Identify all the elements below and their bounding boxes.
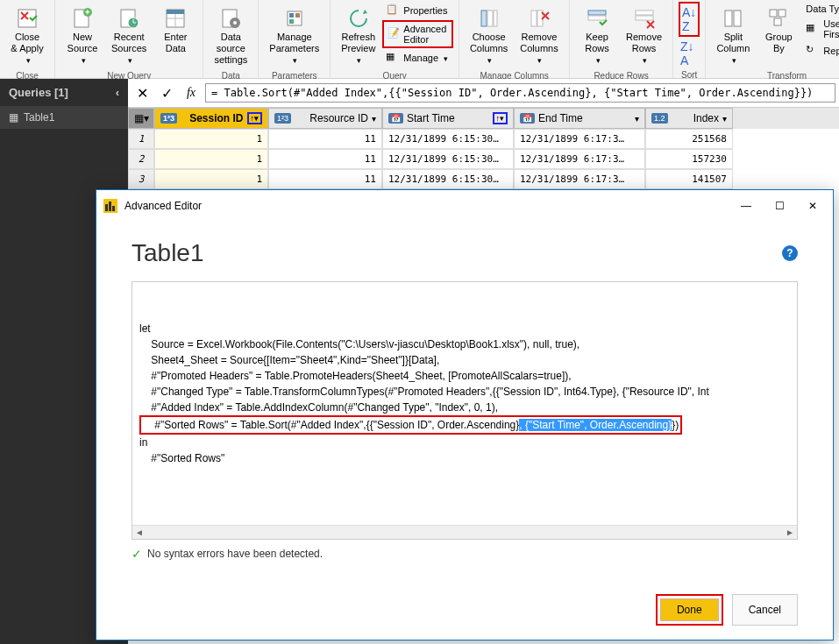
- group-by-button[interactable]: Group By: [757, 2, 800, 70]
- cell-end: 12/31/1899 6:17:3…: [514, 149, 645, 169]
- keep-rows-button[interactable]: Keep Rows: [575, 2, 619, 70]
- replace-icon: ↻: [806, 44, 820, 58]
- formula-accept-button[interactable]: ✓: [156, 82, 177, 103]
- cell-resource: 11: [268, 149, 382, 169]
- manage-icon: ▦: [386, 51, 400, 65]
- sort-desc-button[interactable]: Z↓A: [679, 38, 700, 69]
- close-apply-button[interactable]: Close & Apply: [5, 2, 49, 70]
- formula-input[interactable]: [205, 83, 835, 103]
- svg-rect-15: [295, 13, 300, 18]
- col-header-index[interactable]: 1.2Index▾: [645, 108, 733, 129]
- svg-rect-30: [774, 18, 781, 25]
- sort-indicator-icon[interactable]: ↑▾: [493, 112, 508, 124]
- choose-columns-button[interactable]: Choose Columns: [465, 2, 513, 70]
- advanced-editor-modal: Advanced Editor — ☐ ✕ Table1 ? let Sourc…: [96, 189, 834, 640]
- svg-rect-22: [588, 11, 606, 15]
- new-source-button[interactable]: ✦ New Source: [60, 2, 104, 70]
- sort-desc-icon: Z↓A: [680, 39, 694, 67]
- col-header-resource-id[interactable]: 1²3Resource ID▾: [268, 108, 382, 129]
- data-source-settings-button[interactable]: Data source settings: [209, 2, 252, 70]
- row-number: 2: [128, 149, 154, 169]
- advanced-editor-button[interactable]: 📝Advanced Editor: [382, 20, 453, 48]
- cell-start: 12/31/1899 6:15:30…: [382, 169, 514, 189]
- enter-data-icon: [162, 5, 188, 32]
- svg-rect-25: [636, 16, 653, 20]
- cell-start: 12/31/1899 6:15:30…: [382, 129, 514, 149]
- svg-rect-20: [531, 11, 537, 26]
- svg-rect-34: [112, 206, 115, 211]
- help-button[interactable]: ?: [782, 245, 798, 261]
- formula-bar: ✕ ✓ fx: [128, 79, 839, 108]
- scroll-right-button[interactable]: ►: [783, 526, 797, 539]
- sort-asc-button[interactable]: A↓Z: [679, 2, 700, 37]
- replace-values-button[interactable]: ↻Replace: [802, 42, 839, 60]
- svg-rect-26: [725, 11, 732, 26]
- code-editor[interactable]: let Source = Excel.Workbook(File.Content…: [132, 281, 798, 540]
- row-header-corner[interactable]: ▦▾: [128, 108, 154, 129]
- keep-rows-icon: [584, 5, 610, 32]
- use-first-icon: ▦: [806, 22, 820, 36]
- recent-sources-icon: [116, 5, 142, 32]
- close-apply-icon: [14, 5, 40, 32]
- collapse-icon[interactable]: ‹: [116, 86, 119, 99]
- remove-rows-icon: [631, 5, 658, 32]
- recent-sources-button[interactable]: Recent Sources: [106, 2, 152, 70]
- cell-session: 1: [154, 169, 268, 189]
- minimize-button[interactable]: —: [733, 195, 759, 216]
- col-header-end-time[interactable]: 📅End Time▾: [514, 108, 645, 129]
- syntax-status: ✓ No syntax errors have been detected.: [132, 540, 798, 568]
- svg-rect-18: [487, 11, 493, 26]
- manage-parameters-button[interactable]: Manage Parameters: [264, 2, 324, 70]
- queries-header[interactable]: Queries [1] ‹: [0, 79, 128, 106]
- maximize-button[interactable]: ☐: [766, 195, 793, 216]
- cell-resource: 11: [268, 129, 382, 149]
- data-table: ▦▾ 1²3Session ID↑▾ 1²3Resource ID▾ 📅Star…: [128, 108, 839, 189]
- sort-asc-icon: A↓Z: [682, 5, 696, 33]
- data-type-button[interactable]: Data Type:: [802, 2, 839, 16]
- cell-end: 12/31/1899 6:17:3…: [514, 129, 645, 149]
- svg-rect-28: [770, 10, 777, 17]
- use-first-row-button[interactable]: ▦Use Firs: [802, 17, 839, 41]
- svg-text:✦: ✦: [84, 8, 91, 17]
- table-row[interactable]: 211112/31/1899 6:15:30…12/31/1899 6:17:3…: [128, 149, 839, 169]
- col-header-session-id[interactable]: 1²3Session ID↑▾: [154, 108, 268, 129]
- cell-index: 157230: [645, 149, 733, 169]
- svg-point-12: [233, 21, 237, 25]
- refresh-icon: [345, 5, 372, 32]
- manage-parameters-icon: [281, 5, 308, 32]
- svg-rect-27: [734, 11, 741, 26]
- row-number: 3: [128, 169, 154, 189]
- cell-index: 251568: [645, 129, 733, 149]
- remove-columns-icon: [526, 5, 552, 32]
- refresh-preview-button[interactable]: Refresh Preview: [336, 2, 380, 70]
- split-column-button[interactable]: Split Column: [711, 2, 755, 70]
- manage-button[interactable]: ▦Manage: [382, 49, 453, 67]
- remove-rows-button[interactable]: Remove Rows: [621, 2, 667, 70]
- done-button[interactable]: Done: [660, 598, 719, 621]
- remove-columns-button[interactable]: Remove Columns: [515, 2, 564, 70]
- enter-data-button[interactable]: Enter Data: [153, 2, 197, 70]
- query-item-table1[interactable]: ▦ Table1: [0, 106, 128, 129]
- svg-rect-23: [588, 16, 606, 20]
- cell-start: 12/31/1899 6:15:30…: [382, 149, 514, 169]
- sort-indicator-icon[interactable]: ↑▾: [247, 112, 263, 124]
- advanced-editor-icon: 📝: [388, 27, 400, 41]
- col-header-start-time[interactable]: 📅Start Time↑▾: [382, 108, 514, 129]
- cancel-button[interactable]: Cancel: [732, 594, 798, 626]
- properties-button[interactable]: 📋Properties: [382, 2, 453, 19]
- svg-rect-14: [289, 13, 294, 18]
- formula-cancel-button[interactable]: ✕: [132, 82, 153, 103]
- close-button[interactable]: ✕: [800, 195, 826, 216]
- table-row[interactable]: 111112/31/1899 6:15:30…12/31/1899 6:17:3…: [128, 129, 839, 149]
- modal-app-icon: [103, 199, 117, 213]
- properties-icon: 📋: [386, 4, 400, 18]
- check-icon: ✓: [132, 547, 142, 561]
- cell-session: 1: [154, 129, 268, 149]
- svg-rect-7: [167, 10, 184, 14]
- table-row[interactable]: 311112/31/1899 6:15:30…12/31/1899 6:17:3…: [128, 169, 839, 189]
- choose-columns-icon: [476, 5, 502, 32]
- scroll-left-button[interactable]: ◄: [132, 526, 146, 539]
- svg-rect-16: [289, 19, 294, 24]
- svg-rect-24: [636, 11, 653, 15]
- modal-title: Advanced Editor: [124, 200, 726, 212]
